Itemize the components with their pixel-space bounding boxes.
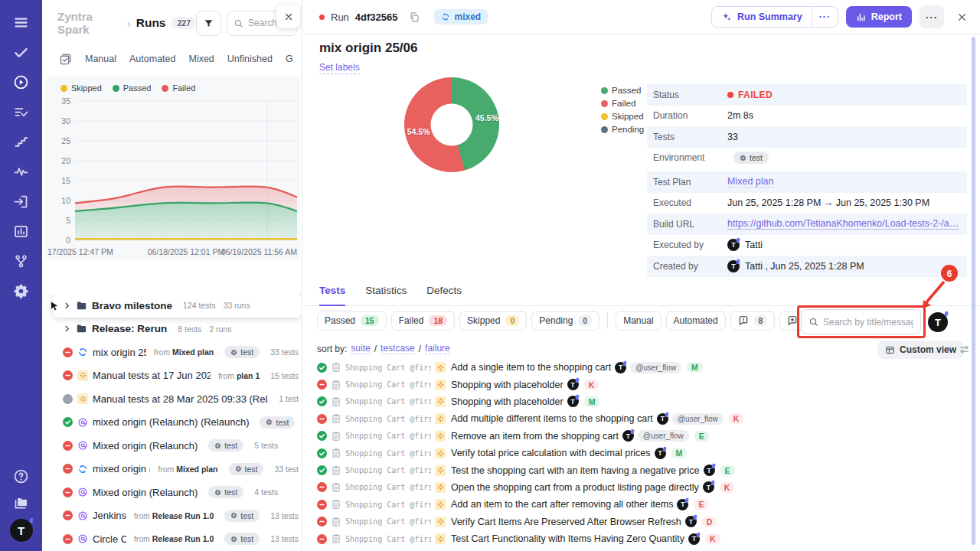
runs-tab-g[interactable]: G (286, 54, 293, 64)
sidebar-item-help[interactable] (12, 468, 31, 484)
environment-badge: test (224, 533, 260, 545)
test-name: Add a single item to the shopping cart (451, 362, 611, 373)
assignee-avatar: T (655, 448, 666, 459)
close-run-icon[interactable] (956, 11, 968, 23)
tests-search-input[interactable] (823, 317, 913, 328)
sparkle-icon (721, 11, 732, 22)
donut-legend-item-failed[interactable]: Failed (601, 99, 644, 108)
run-list-item[interactable]: Mixed origin (Relaunch)test5 tests (42, 434, 302, 458)
test-list-item[interactable]: Shopping Cart @first…Remove an item from… (303, 428, 971, 445)
donut-legend-item-passed[interactable]: Passed (601, 86, 644, 95)
run-list-item[interactable]: Mixed origin (Relaunch)test4 tests (42, 481, 302, 504)
assignee-avatar[interactable]: T (928, 312, 948, 332)
run-title: mixed origin (Relaunch) (Relaunch) (93, 416, 249, 428)
test-list-item[interactable]: Shopping Cart @first…Open the shopping c… (303, 479, 971, 496)
search-icon (808, 317, 818, 327)
sidebar-item-list-check[interactable] (12, 103, 31, 120)
scrollbar[interactable] (972, 37, 975, 545)
sidebar-item-steps[interactable] (12, 133, 31, 150)
run-list-item[interactable]: mix origin 25/06from Mixed plantest33 te… (42, 341, 302, 364)
filter-chip-passed[interactable]: Passed15 (317, 311, 387, 331)
runs-tab-unfinished[interactable]: Unfinished (227, 54, 273, 64)
run-summary-more-button[interactable]: ··· (812, 7, 838, 27)
test-list-item[interactable]: Shopping Cart @first…Test the shopping c… (303, 461, 971, 478)
filter-chip-skipped[interactable]: Skipped0 (459, 311, 527, 331)
test-list-item[interactable]: Shopping Cart @first…Add multiple differ… (303, 410, 971, 427)
sidebar-item-play-circle[interactable] (12, 73, 31, 90)
run-list-item[interactable]: Release: Rerun8 tests2 runs (42, 318, 302, 341)
sort-option-testcase[interactable]: testcase (381, 343, 415, 354)
sidebar-item-pulse[interactable] (12, 163, 31, 180)
test-plan-link[interactable]: Mixed plan (727, 176, 773, 187)
user-avatar[interactable]: T (10, 519, 33, 542)
sort-option-suite[interactable]: suite (351, 343, 370, 354)
environment-badge: test (733, 152, 769, 164)
tests-search[interactable] (801, 309, 921, 334)
filter-chip-manual[interactable]: Manual (616, 311, 661, 331)
clipboard-icon (331, 413, 341, 424)
donut-legend-item-skipped[interactable]: Skipped (601, 112, 644, 121)
test-list-item[interactable]: Shopping Cart @first…Shopping with place… (303, 376, 971, 393)
run-summary-button[interactable]: Run Summary ··· (711, 6, 838, 28)
test-badge: K (584, 380, 599, 390)
status-dot (727, 92, 733, 98)
filter-chip-comment-alert[interactable]: 8 (730, 311, 776, 331)
more-actions-button[interactable]: ··· (920, 5, 944, 28)
run-list-item[interactable]: Manual tests at 28 Mar 2025 09:33 (Relau… (42, 387, 302, 411)
clipboard-icon (331, 499, 341, 510)
run-title: Bravo milestone (92, 300, 172, 311)
tab-statistics[interactable]: Statistics (365, 285, 407, 305)
legend-item-failed[interactable]: Failed (162, 83, 195, 93)
set-labels-link[interactable]: Set labels (319, 62, 360, 74)
run-list-item[interactable]: Manual tests at 17 Jun 2025 10:09from pl… (42, 364, 302, 388)
sort-option-failure[interactable]: failure (425, 343, 450, 354)
test-list-item[interactable]: Shopping Cart @first…Add an item to the … (303, 496, 971, 513)
environment-badge: test (229, 463, 264, 475)
filter-chip-pending[interactable]: Pending0 (531, 311, 599, 331)
sidebar-item-bar-chart[interactable] (12, 223, 31, 240)
environment-label: test (240, 534, 253, 543)
test-list-item[interactable]: Shopping Cart @first…Verify total price … (303, 445, 971, 461)
legend-dot (601, 113, 608, 120)
run-title: Release: Rerun (92, 323, 167, 334)
run-list-item[interactable]: mixed origin (Relaunch) (Relaunch)test (42, 411, 302, 435)
assignee-avatar: T (657, 413, 668, 425)
test-list-item[interactable]: Shopping Cart @first…Verify Cart Items A… (303, 514, 971, 530)
test-list-item[interactable]: Shopping Cart @first…Add a single item t… (303, 359, 971, 376)
build-url-link[interactable]: https://github.com/TetianaKhomenko/Load-… (727, 218, 959, 230)
copy-run-id-icon[interactable] (409, 11, 420, 23)
sidebar-item-check[interactable] (12, 44, 31, 60)
select-runs-icon[interactable] (59, 53, 72, 66)
run-title: Mixed origin (Relaunch) (93, 487, 198, 498)
tab-defects[interactable]: Defects (426, 285, 462, 305)
donut-legend-item-pending[interactable]: Pending (601, 125, 644, 134)
sidebar-item-import[interactable] (12, 193, 31, 210)
run-list-item[interactable]: Bravo milestone124 tests33 runs (53, 294, 302, 318)
report-button[interactable]: Report (846, 6, 912, 28)
runs-tab-automated[interactable]: Automated (129, 54, 175, 64)
run-list-item[interactable]: Jenkins runfrom Release Run 1.0test13 te… (42, 504, 302, 528)
custom-view-button[interactable]: Custom view (877, 341, 964, 359)
breadcrumb-app[interactable]: Zyntra Spark (57, 10, 122, 36)
tab-tests[interactable]: Tests (319, 285, 345, 306)
runs-filter-button[interactable] (196, 11, 221, 36)
runs-tab-mixed[interactable]: Mixed (188, 54, 214, 64)
filter-chip-automated[interactable]: Automated (666, 311, 726, 331)
legend-item-passed[interactable]: Passed (113, 83, 152, 93)
test-suite: Shopping Cart @first… (345, 380, 431, 389)
run-list-item[interactable]: mixed origin (Relaunch)from Mixed plante… (42, 458, 302, 481)
sidebar-item-menu[interactable] (12, 14, 31, 31)
sidebar-item-folders[interactable] (12, 494, 31, 511)
run-list-item[interactable]: Circle CI runfrom Release Run 1.0test13 … (42, 527, 302, 551)
panel-close-button[interactable] (276, 5, 300, 28)
test-list-item[interactable]: Shopping Cart @first…Test Cart Functiona… (303, 530, 971, 547)
filter-chip-failed[interactable]: Failed18 (391, 311, 455, 331)
test-list-item[interactable]: Shopping Cart @first…Shopping with place… (303, 393, 971, 410)
view-settings-icon[interactable] (959, 344, 970, 355)
runs-tab-manual[interactable]: Manual (85, 54, 116, 64)
filter-count: 8 (754, 315, 768, 326)
legend-item-skipped[interactable]: Skipped (60, 83, 102, 93)
sidebar-item-gear[interactable] (12, 282, 31, 299)
sidebar-item-branch[interactable] (12, 253, 31, 269)
run-meta-item: 13 tests (270, 511, 299, 520)
